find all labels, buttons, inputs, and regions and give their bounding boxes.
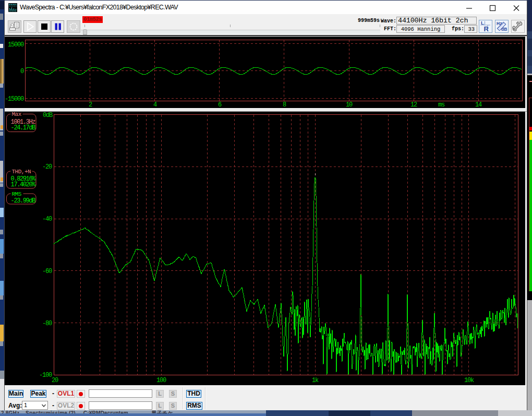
- svg-text:-60: -60: [42, 268, 52, 275]
- svg-text:6: 6: [218, 101, 222, 108]
- svg-text:-40: -40: [42, 216, 52, 223]
- svg-text:ms: ms: [438, 101, 445, 108]
- svg-text:15000: 15000: [8, 41, 24, 49]
- svg-text:2: 2: [89, 101, 92, 108]
- svg-text:10: 10: [346, 101, 353, 108]
- svg-text:0: 0: [20, 68, 24, 75]
- svg-text:-23.99dB: -23.99dB: [11, 197, 36, 205]
- svg-text:-24.17dB: -24.17dB: [11, 124, 36, 132]
- svg-text:14: 14: [475, 101, 482, 108]
- svg-text:20: 20: [52, 377, 58, 384]
- svg-text:4: 4: [153, 101, 157, 108]
- svg-text:THD,+N: THD,+N: [12, 169, 31, 175]
- svg-text:-20: -20: [42, 163, 52, 171]
- svg-text:17.4020%: 17.4020%: [11, 181, 37, 188]
- svg-text:8: 8: [283, 101, 286, 108]
- svg-text:-80: -80: [42, 320, 52, 327]
- svg-text:R: R: [484, 25, 489, 33]
- svg-text:12: 12: [410, 101, 417, 108]
- svg-text:1k: 1k: [312, 377, 319, 384]
- svg-text:-15000: -15000: [5, 96, 24, 103]
- svg-text:100: 100: [156, 377, 166, 384]
- svg-text:RMS: RMS: [12, 191, 22, 197]
- svg-text:0dB: 0dB: [43, 112, 53, 119]
- svg-text:Max: Max: [12, 112, 22, 117]
- svg-text:-100: -100: [39, 372, 52, 379]
- svg-text:10k: 10k: [464, 377, 474, 384]
